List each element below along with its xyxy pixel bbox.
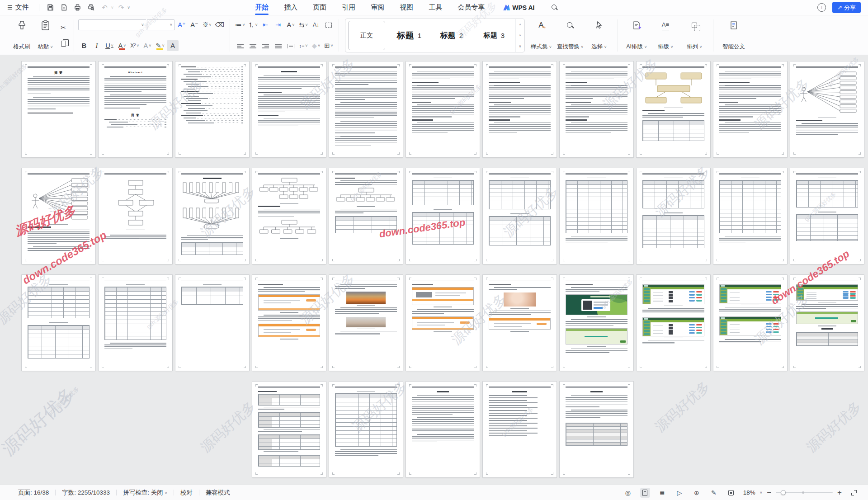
page-thumbnail[interactable]: [790, 61, 864, 157]
page-thumbnail[interactable]: [713, 168, 787, 264]
export-pdf-button[interactable]: [58, 2, 70, 13]
zoom-chevron[interactable]: ˅: [760, 491, 762, 495]
font-name-select[interactable]: ˅: [78, 19, 146, 30]
page-thumbnail[interactable]: [790, 275, 864, 371]
page-thumbnail[interactable]: [483, 275, 557, 371]
page-thumbnail[interactable]: 摘 要: [22, 61, 95, 157]
grow-font-button[interactable]: A⁺: [176, 19, 188, 30]
read-mode-button[interactable]: ▷: [675, 488, 684, 498]
text-effect-button[interactable]: A˅: [142, 40, 153, 51]
page-thumbnail[interactable]: [406, 382, 480, 477]
cloud-sync-icon[interactable]: ↑: [817, 3, 826, 12]
decrease-indent-button[interactable]: ⇤: [259, 19, 271, 30]
tab-insert[interactable]: 插入: [276, 0, 305, 15]
page-thumbnail[interactable]: [22, 275, 95, 371]
wps-ai-button[interactable]: WPS AI: [503, 4, 534, 11]
page-view-button[interactable]: [640, 488, 650, 498]
share-button[interactable]: ↗ 分享: [832, 2, 861, 13]
italic-button[interactable]: I: [91, 40, 103, 51]
font-color-button[interactable]: A˅: [116, 40, 128, 51]
page-thumbnail[interactable]: [637, 61, 710, 157]
highlight-button[interactable]: ✎˅: [154, 40, 166, 51]
styles-expand-button[interactable]: ⊽: [519, 44, 522, 48]
edit-mode-button[interactable]: ✎: [709, 488, 719, 498]
text-wrap-button[interactable]: ⇆˅: [297, 19, 309, 30]
page-thumbnail[interactable]: [713, 61, 787, 157]
line-spacing-button[interactable]: ↕≡˅: [297, 40, 309, 51]
fullscreen-button[interactable]: [849, 488, 859, 498]
clear-format-button[interactable]: ⌫: [214, 19, 226, 30]
paste-button[interactable]: 粘贴 ˅: [33, 19, 57, 52]
page-thumbnail[interactable]: [713, 275, 787, 371]
page-thumbnail[interactable]: [790, 168, 864, 264]
document-canvas[interactable]: 摘 要Abstract目 录: [0, 55, 868, 485]
font-size-select[interactable]: ˅: [147, 19, 175, 30]
tab-home[interactable]: 开始: [247, 0, 276, 15]
undo-chevron[interactable]: ˅: [111, 5, 113, 10]
page-thumbnail[interactable]: [483, 61, 557, 157]
page-thumbnail[interactable]: [406, 61, 480, 157]
quick-access-chevron[interactable]: ˅: [127, 5, 130, 10]
shading-button[interactable]: ◆˅: [310, 40, 322, 51]
zoom-slider-handle[interactable]: [781, 490, 786, 495]
styles-up-button[interactable]: ˄: [519, 23, 521, 27]
page-thumbnail[interactable]: [483, 382, 557, 477]
tab-tools[interactable]: 工具: [421, 0, 450, 15]
page-thumbnail[interactable]: [637, 275, 710, 371]
borders-button[interactable]: ⊞˅: [323, 40, 335, 51]
tab-reference[interactable]: 引用: [334, 0, 363, 15]
undo-button[interactable]: ↶: [99, 2, 111, 13]
page-thumbnail[interactable]: [406, 275, 480, 371]
tab-view[interactable]: 视图: [392, 0, 421, 15]
underline-button[interactable]: U˅: [104, 40, 115, 51]
page-thumbnail[interactable]: [329, 61, 403, 157]
page-thumbnail[interactable]: [637, 168, 710, 264]
page-thumbnail[interactable]: [175, 168, 249, 264]
word-count[interactable]: 字数: 2255/10333: [62, 489, 110, 497]
find-replace-button[interactable]: 查找替换 ˅: [556, 19, 585, 52]
style-item-heading-3[interactable]: 标题3: [473, 19, 515, 52]
increase-indent-button[interactable]: ⇥: [272, 19, 284, 30]
redo-button[interactable]: ↷: [115, 2, 127, 13]
page-thumbnail[interactable]: [483, 168, 557, 264]
superscript-button[interactable]: X²˅: [129, 40, 141, 51]
bold-button[interactable]: B: [78, 40, 90, 51]
page-thumbnail[interactable]: [560, 275, 633, 371]
page-indicator[interactable]: 页面: 16/38: [18, 489, 49, 497]
page-thumbnail[interactable]: [252, 382, 326, 477]
fit-page-button[interactable]: [726, 488, 736, 498]
bullet-list-button[interactable]: ≔˅: [234, 19, 246, 30]
ai-layout-button[interactable]: ✦ AI排版 ˅: [622, 19, 651, 52]
zoom-level[interactable]: 18%: [743, 489, 755, 496]
page-thumbnail[interactable]: [560, 382, 633, 477]
page-thumbnail[interactable]: [329, 168, 403, 264]
page-thumbnail[interactable]: [329, 275, 403, 371]
file-menu-button[interactable]: ☰ 文件: [6, 3, 33, 12]
record-macro-icon[interactable]: ◎: [623, 488, 633, 498]
page-thumbnail[interactable]: [252, 168, 326, 264]
layout-button[interactable]: A≡ 排版 ˅: [651, 19, 680, 52]
page-thumbnail[interactable]: [560, 168, 633, 264]
align-center-button[interactable]: [247, 40, 259, 51]
search-icon[interactable]: [552, 5, 558, 11]
page-thumbnail[interactable]: [406, 168, 480, 264]
style-item-heading-2[interactable]: 标题2: [430, 19, 473, 52]
style-item-body[interactable]: 正文: [345, 19, 388, 52]
align-left-button[interactable]: [234, 40, 246, 51]
page-thumbnail[interactable]: [560, 61, 633, 157]
select-button[interactable]: 选择 ˅: [585, 19, 613, 52]
distribute-button[interactable]: [285, 40, 297, 51]
save-button[interactable]: [45, 2, 57, 13]
page-thumbnail[interactable]: [22, 168, 95, 264]
print-preview-button[interactable]: [85, 2, 97, 13]
print-button[interactable]: [72, 2, 84, 13]
format-painter-button[interactable]: 格式刷: [10, 19, 33, 52]
proofread-button[interactable]: 校对: [180, 489, 193, 497]
change-case-button[interactable]: A˅: [285, 19, 297, 30]
tab-page[interactable]: 页面: [305, 0, 334, 15]
tab-member[interactable]: 会员专享: [450, 0, 492, 15]
page-thumbnail[interactable]: [252, 275, 326, 371]
align-right-button[interactable]: [259, 40, 271, 51]
tab-review[interactable]: 审阅: [363, 0, 392, 15]
cut-button[interactable]: ✂: [58, 23, 69, 33]
